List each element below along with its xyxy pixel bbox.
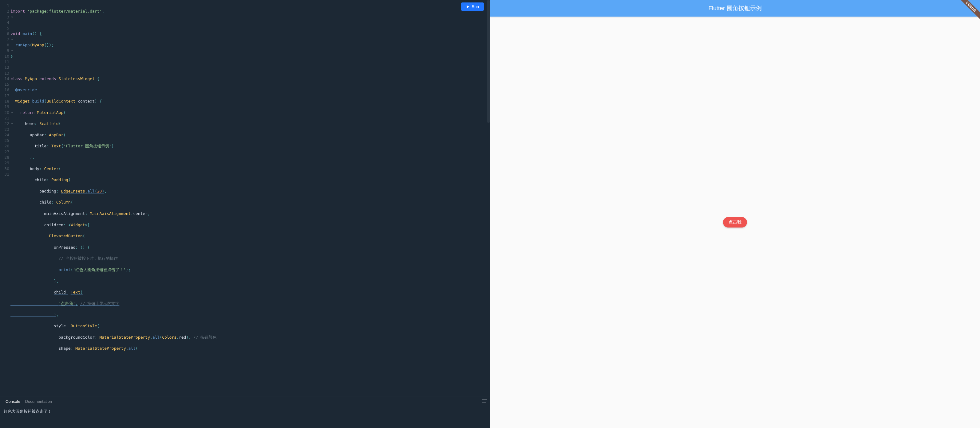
fold-icon[interactable]: ▼ — [11, 14, 13, 20]
line-number: 4 — [0, 20, 10, 25]
line-number: 17 — [0, 93, 10, 98]
line-number: 22▼ — [0, 121, 10, 127]
line-number: 2 — [0, 9, 10, 14]
line-number: 29 — [0, 160, 10, 166]
editor-area[interactable]: 1 2 3▼ 4 5 6 7▼ 8 9▼ 10 11 12 13 14 15 1… — [0, 0, 490, 396]
line-number: 13 — [0, 71, 10, 76]
bottom-panel: Console Documentation 红色大圆角按钮被点击了！ — [0, 396, 490, 428]
run-button-label: Run — [472, 4, 479, 9]
list-icon[interactable] — [482, 398, 487, 404]
line-number: 31 — [0, 172, 10, 177]
tab-documentation[interactable]: Documentation — [23, 398, 54, 405]
demo-rounded-button[interactable]: 点击我 — [723, 217, 747, 228]
line-number: 30 — [0, 166, 10, 172]
console-output: 红色大圆角按钮被点击了！ — [0, 406, 490, 428]
line-number: 25 — [0, 138, 10, 143]
line-number: 5 — [0, 25, 10, 31]
play-icon — [466, 5, 470, 9]
line-number: 16 — [0, 87, 10, 93]
line-number: 18 — [0, 98, 10, 104]
line-number: 20▼ — [0, 110, 10, 116]
line-number: 1 — [0, 3, 10, 9]
line-number: 27 — [0, 149, 10, 155]
line-number: 21 — [0, 116, 10, 121]
fold-icon[interactable]: ▼ — [11, 48, 13, 54]
line-number: 28 — [0, 155, 10, 160]
line-gutter: 1 2 3▼ 4 5 6 7▼ 8 9▼ 10 11 12 13 14 15 1… — [0, 0, 10, 396]
line-number: 23 — [0, 127, 10, 132]
line-number: 7▼ — [0, 37, 10, 42]
fold-icon[interactable]: ▼ — [11, 110, 13, 116]
line-number: 15 — [0, 82, 10, 87]
bottom-tabs: Console Documentation — [0, 396, 490, 406]
run-button[interactable]: Run — [461, 2, 484, 11]
vertical-scrollbar[interactable] — [487, 0, 490, 123]
code-content[interactable]: import 'package:flutter/material.dart'; … — [10, 0, 490, 396]
line-number: 3▼ — [0, 14, 10, 20]
line-number: 11 — [0, 59, 10, 65]
editor-panel: 1 2 3▼ 4 5 6 7▼ 8 9▼ 10 11 12 13 14 15 1… — [0, 0, 490, 428]
fold-icon[interactable]: ▼ — [11, 121, 13, 127]
appbar-title: Flutter 圆角按钮示例 — [708, 4, 761, 12]
line-number: 12 — [0, 65, 10, 70]
line-number: 8 — [0, 42, 10, 48]
line-number: 24 — [0, 132, 10, 138]
line-number: 19 — [0, 104, 10, 109]
line-number: 10 — [0, 54, 10, 59]
line-number: 6 — [0, 31, 10, 36]
fold-icon[interactable]: ▼ — [11, 37, 13, 42]
line-number: 26 — [0, 143, 10, 149]
line-number: 14 — [0, 76, 10, 82]
preview-body: 点击我 — [490, 17, 980, 428]
preview-panel: Flutter 圆角按钮示例 点击我 DEBUG — [490, 0, 980, 428]
preview-appbar: Flutter 圆角按钮示例 — [490, 0, 980, 17]
tab-console[interactable]: Console — [3, 398, 23, 405]
line-number: 9▼ — [0, 48, 10, 54]
